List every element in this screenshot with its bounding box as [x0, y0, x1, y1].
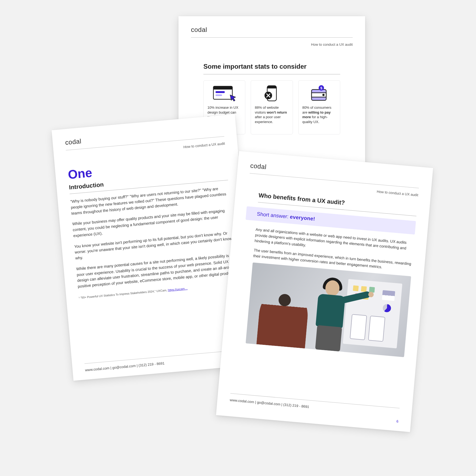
stat-card-pay-more: $ 80% of consumers are willing to pay mo…: [298, 80, 340, 134]
stats-heading: Some important stats to consider: [191, 63, 353, 70]
cursor-browser-icon: [207, 84, 241, 102]
svg-text:$: $: [320, 86, 323, 90]
photo-ux-presentation: [246, 262, 411, 357]
brand-logo: codal: [191, 26, 353, 34]
svg-rect-2: [216, 91, 225, 93]
document-title: How to conduct a UX audit: [191, 38, 353, 52]
stats-rule: [203, 74, 340, 74]
phone-x-icon: [255, 84, 289, 102]
callout-emphasis: everyone!: [290, 214, 315, 222]
svg-rect-3: [216, 94, 222, 96]
stat-text-wont-return: 88% of website visitors won't return aft…: [255, 105, 289, 124]
stat-card-wont-return: 88% of website visitors won't return aft…: [251, 80, 293, 134]
canvas: codal How to conduct a UX audit Some imp…: [0, 0, 476, 476]
footnote-text: ¹ "50+ Powerful UX Statistics To Impress…: [79, 288, 168, 299]
stat-text-pay-more: 80% of consumers are willing to pay more…: [302, 105, 336, 124]
wallet-dollar-icon: $: [302, 84, 336, 102]
page-benefits-content: Who benefits from a UX audit? Short answ…: [230, 188, 418, 408]
footnote-link[interactable]: https://uxcam…: [168, 287, 188, 292]
svg-rect-6: [267, 87, 276, 88]
page-who-benefits: codal How to conduct a UX audit Who bene…: [216, 151, 433, 432]
page-intro-content: One Introduction "Why is nobody buying o…: [67, 151, 243, 363]
svg-point-10: [322, 94, 325, 96]
svg-rect-1: [213, 86, 232, 90]
callout-prefix: Short answer:: [257, 211, 290, 220]
